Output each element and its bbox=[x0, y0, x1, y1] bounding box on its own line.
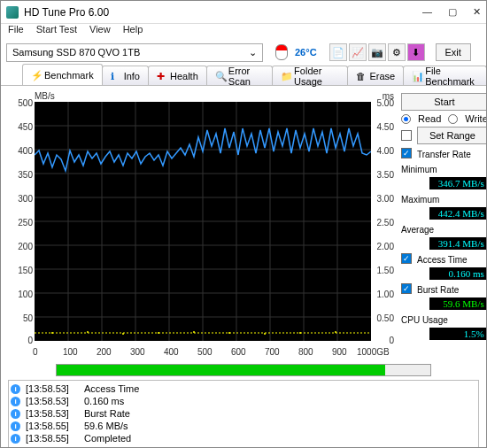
menu-help[interactable]: Help bbox=[123, 24, 143, 40]
benchmark-plot bbox=[35, 102, 371, 341]
info-icon: i bbox=[11, 421, 20, 431]
tab-error-scan[interactable]: 🔍Error Scan bbox=[206, 66, 273, 85]
average-value: 391.4 MB/s bbox=[429, 237, 487, 250]
erase-icon: 🗑 bbox=[356, 71, 367, 81]
temperature: 26°C bbox=[295, 47, 317, 58]
lightning-icon: ⚡ bbox=[31, 70, 42, 81]
chevron-down-icon: ⌄ bbox=[249, 47, 257, 58]
close-button[interactable]: ✕ bbox=[473, 6, 481, 18]
scan-icon: 🔍 bbox=[215, 71, 226, 81]
log-panel: i[13:58.53]Access Timei[13:58.53]0.160 m… bbox=[8, 380, 479, 448]
tab-benchmark[interactable]: ⚡Benchmark bbox=[22, 64, 103, 85]
app-icon bbox=[6, 6, 19, 19]
svg-point-23 bbox=[228, 332, 230, 334]
set-range-button[interactable]: Set Range bbox=[417, 127, 487, 144]
access-time-checkbox[interactable]: ✓ bbox=[401, 253, 412, 264]
maximum-value: 442.4 MB/s bbox=[429, 207, 487, 220]
info-icon: i bbox=[11, 434, 20, 444]
svg-point-22 bbox=[193, 331, 195, 333]
health-icon: ✚ bbox=[157, 71, 167, 81]
tab-health[interactable]: ✚Health bbox=[148, 66, 207, 85]
menu-view[interactable]: View bbox=[89, 24, 111, 40]
tab-info[interactable]: ℹInfo bbox=[102, 66, 149, 85]
maximize-button[interactable]: ▢ bbox=[448, 6, 457, 18]
drive-name: Samsung SSD 870 QVO 1TB bbox=[12, 47, 140, 58]
copy-graph-icon[interactable]: 📈 bbox=[349, 43, 367, 61]
progress-bar bbox=[56, 364, 431, 376]
info-icon: i bbox=[11, 384, 20, 394]
window-title: HD Tune Pro 6.00 bbox=[24, 6, 422, 19]
cpu-usage-value: 1.5% bbox=[429, 328, 487, 340]
transfer-rate-checkbox[interactable]: ✓ bbox=[401, 148, 412, 158]
menu-start-test[interactable]: Start Test bbox=[36, 24, 77, 40]
svg-point-26 bbox=[335, 331, 336, 333]
info-icon: i bbox=[11, 397, 20, 406]
tab-file-benchmark[interactable]: 📊File Benchmark bbox=[403, 66, 487, 85]
tab-bar: ⚡Benchmark ℹInfo ✚Health 🔍Error Scan 📁Fo… bbox=[1, 65, 486, 86]
titlebar: HD Tune Pro 6.00 — ▢ ✕ bbox=[1, 1, 486, 24]
file-bench-icon: 📊 bbox=[412, 71, 422, 81]
start-button[interactable]: Start bbox=[401, 93, 487, 111]
tab-folder-usage[interactable]: 📁Folder Usage bbox=[272, 66, 348, 85]
screenshot-icon[interactable]: 📷 bbox=[368, 43, 386, 61]
thermometer-icon bbox=[275, 44, 288, 60]
svg-point-21 bbox=[158, 332, 159, 334]
drive-select[interactable]: Samsung SSD 870 QVO 1TB ⌄ bbox=[6, 43, 263, 62]
log-row: i[13:58.53]Burst Rate bbox=[11, 407, 476, 420]
svg-point-24 bbox=[264, 333, 266, 335]
log-row: i[13:58.55]59.6 MB/s bbox=[11, 420, 476, 432]
minimize-button[interactable]: — bbox=[422, 6, 432, 18]
write-radio[interactable] bbox=[448, 114, 458, 124]
tab-erase[interactable]: 🗑Erase bbox=[347, 66, 404, 85]
burst-rate-checkbox[interactable]: ✓ bbox=[401, 283, 412, 294]
info-icon: i bbox=[11, 409, 20, 419]
log-row: i[13:58.55]Completed bbox=[11, 432, 476, 444]
svg-point-25 bbox=[299, 332, 301, 334]
exit-button[interactable]: Exit bbox=[436, 43, 471, 61]
log-row: i[13:58.53]Access Time bbox=[11, 382, 476, 395]
menu-file[interactable]: File bbox=[8, 24, 24, 40]
info-icon: ℹ bbox=[111, 71, 121, 81]
svg-point-18 bbox=[51, 332, 53, 334]
log-row: i[13:58.53]0.160 ms bbox=[11, 395, 476, 407]
save-icon[interactable]: ⬇ bbox=[407, 43, 425, 61]
burst-rate-value: 59.6 MB/s bbox=[429, 297, 487, 310]
menubar: File Start Test View Help bbox=[1, 24, 486, 40]
options-icon[interactable]: ⚙ bbox=[388, 43, 406, 61]
svg-point-19 bbox=[87, 331, 89, 333]
minimum-value: 346.7 MB/s bbox=[429, 177, 487, 189]
toolbar: Samsung SSD 870 QVO 1TB ⌄ 26°C 📄 📈 📷 ⚙ ⬇… bbox=[1, 40, 486, 65]
copy-text-icon[interactable]: 📄 bbox=[329, 43, 347, 61]
chart-area: MB/s ms 500 450 400 350 300 250 200 bbox=[8, 91, 396, 357]
y-unit-left: MB/s bbox=[35, 91, 58, 101]
access-time-value: 0.160 ms bbox=[429, 267, 487, 280]
range-checkbox[interactable] bbox=[401, 130, 412, 141]
svg-point-20 bbox=[122, 333, 124, 335]
folder-icon: 📁 bbox=[281, 71, 291, 81]
read-radio[interactable] bbox=[401, 114, 411, 124]
sidebar: Start Read Write Set Range ✓Transfer Rat… bbox=[401, 91, 487, 357]
